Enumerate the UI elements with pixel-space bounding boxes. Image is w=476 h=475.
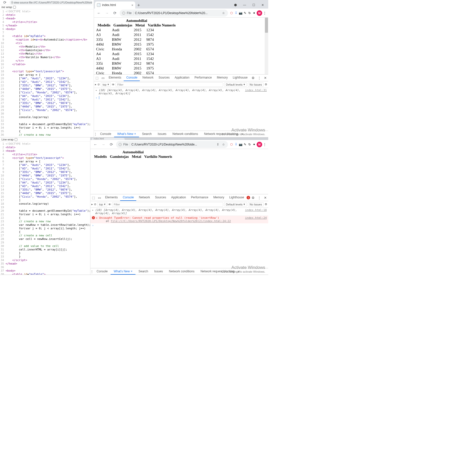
console-settings-icon[interactable]: ⚙ [265, 83, 267, 86]
site-info-icon[interactable]: i [119, 143, 122, 146]
console-output[interactable]: ▸ (10) [Array(4), Array(4), Array(4), Ar… [94, 88, 268, 131]
tab-elements[interactable]: Elements [103, 194, 120, 201]
toggle-sidebar-icon[interactable]: ▸ [91, 203, 93, 206]
tab-close-icon[interactable]: × [131, 3, 133, 7]
devtools-menu-icon[interactable]: ⋮ [256, 196, 262, 200]
forward-button[interactable]: → [104, 10, 110, 16]
close-icon[interactable]: × [134, 132, 136, 136]
share-icon[interactable]: ⇪ [216, 142, 220, 147]
console-source-link[interactable]: index.html:18 [245, 208, 267, 215]
tab-performance[interactable]: Performance [188, 194, 211, 201]
profile-avatar[interactable]: M [257, 142, 262, 147]
tab-network[interactable]: Network [140, 75, 156, 81]
drawer-menu-icon[interactable]: ⋮ [94, 132, 97, 136]
source-code[interactable]: 1<!DOCTYPE html>2<html>3<head>4 <title><… [0, 142, 90, 275]
console-source-link[interactable]: index.html:24 [245, 216, 267, 223]
expand-arrow-icon[interactable]: ▸ [95, 89, 98, 95]
filter-input[interactable]: Filter [116, 82, 223, 87]
back-button[interactable]: ← [95, 10, 102, 16]
devtools-menu-icon[interactable]: ⋮ [256, 76, 262, 80]
source-code[interactable]: 1<!DOCTYPE html>2<html>3<head>4 <title><… [0, 9, 94, 137]
extension-icon[interactable]: ⬡ [229, 11, 233, 15]
menu-icon[interactable]: ⋮ [263, 11, 267, 15]
devtools-settings-icon[interactable]: ⚙ [250, 196, 256, 200]
extension-icon[interactable]: ⬡ [229, 142, 233, 147]
tab-sources[interactable]: Sources [152, 194, 168, 201]
tab-console[interactable]: Console [120, 194, 136, 201]
bookmark-icon[interactable]: ☆ [221, 11, 225, 15]
line-wrap-checkbox[interactable] [13, 6, 16, 9]
tab-sources[interactable]: Sources [156, 75, 172, 81]
back-button[interactable]: ← [92, 141, 98, 148]
line-wrap-toggle[interactable]: ine wrap [0, 5, 94, 9]
window-close[interactable]: ✕ [258, 2, 267, 9]
drawer-tab-whatsnew[interactable]: What's New × [111, 268, 135, 275]
tab-memory[interactable]: Memory [214, 75, 230, 81]
drawer-tab-console[interactable]: Console [97, 131, 114, 137]
drawer-tab-console[interactable]: Console [93, 268, 111, 275]
tab-performance[interactable]: Performance [192, 75, 214, 81]
expand-arrow-icon[interactable]: ▸ [92, 208, 95, 215]
console-settings-icon[interactable]: ⚙ [265, 203, 267, 206]
drawer-tab-netcond[interactable]: Network conditions [169, 131, 201, 137]
clear-console-icon[interactable]: ⊘ [94, 203, 96, 206]
close-icon[interactable]: × [131, 270, 132, 273]
error-stack-link[interactable]: file:///C:/Users/RVT2020-LP1/Desktop/New… [111, 220, 231, 223]
levels-select[interactable]: Default levels ▾ [224, 82, 247, 87]
scrollbar[interactable] [265, 18, 268, 74]
console-prompt[interactable]: › [94, 96, 268, 100]
tab-lighthouse[interactable]: Lighthouse [227, 194, 247, 201]
line-wrap-toggle[interactable]: Line wrap [0, 137, 90, 142]
line-wrap-checkbox[interactable] [15, 138, 17, 141]
window-minimize[interactable]: — [240, 2, 249, 9]
error-badge[interactable]: 1 [247, 196, 250, 199]
drawer-tab-search[interactable]: Search [135, 268, 151, 275]
src-address[interactable]: iview-source:file:///C:/Users/RVT2020-LP… [10, 1, 92, 5]
eye-icon[interactable]: 👁 [108, 203, 111, 206]
tab-application[interactable]: Application [172, 75, 192, 81]
window-maximize[interactable]: ☐ [249, 2, 258, 9]
profile-avatar[interactable]: M [257, 10, 262, 16]
toggle-sidebar-icon[interactable]: ▸ [95, 83, 96, 86]
eyedrop-icon[interactable]: ✎ [243, 142, 247, 147]
extensions-icon[interactable]: ✦ [252, 11, 256, 15]
reload-button[interactable]: ⟳ [112, 10, 118, 16]
camera-icon[interactable]: 📷 [239, 11, 243, 15]
console-source-link[interactable]: index.html:31 [245, 89, 267, 95]
levels-select[interactable]: Default levels ▾ [224, 202, 247, 206]
menu-icon[interactable]: ⋮ [263, 142, 267, 147]
console-prompt[interactable]: › [90, 223, 268, 228]
history-icon[interactable]: ↻ [248, 142, 252, 147]
browser-tab[interactable]: 📄 index.html × [95, 2, 135, 9]
eye-icon[interactable]: 👁 [112, 83, 115, 86]
browser-tab-cropped[interactable]: index.html [92, 138, 125, 140]
drawer-tab-issues[interactable]: Issues [155, 131, 169, 137]
drawer-tab-netcond[interactable]: Network conditions [166, 268, 197, 275]
device-toggle-icon[interactable]: ▭ [96, 196, 103, 200]
reload-button[interactable]: ⟳ [108, 141, 115, 148]
drawer-tab-search[interactable]: Search [139, 131, 155, 137]
incognito-icon[interactable] [231, 2, 240, 9]
tab-application[interactable]: Application [169, 194, 189, 201]
tab-elements[interactable]: Elements [106, 75, 124, 81]
drawer-menu-icon[interactable]: ⋮ [90, 270, 93, 273]
console-output[interactable]: ▸ (10) [Array(4), Array(4), Array(4), Ar… [90, 208, 268, 268]
tab-console[interactable]: Console [124, 75, 140, 81]
camera-icon[interactable]: 📷 [239, 142, 243, 147]
tab-memory[interactable]: Memory [211, 194, 227, 201]
bookmark-icon[interactable]: ☆ [221, 142, 225, 147]
issues-indicator[interactable]: No Issues [248, 83, 264, 87]
devtools-close-icon[interactable]: ✕ [262, 196, 268, 200]
context-select[interactable]: top ▾ [97, 202, 107, 206]
filter-input[interactable]: Filter [112, 202, 223, 207]
inspect-icon[interactable]: ⬚ [90, 196, 96, 200]
site-info-icon[interactable]: i [122, 12, 125, 15]
address-bar[interactable]: i File C:/Users/RVT2020-LP1/Desktop/New%… [120, 10, 228, 17]
devtools-close-icon[interactable]: ✕ [262, 76, 268, 80]
drawer-tab-issues[interactable]: Issues [151, 268, 166, 275]
inspect-icon[interactable]: ⬚ [94, 76, 100, 80]
translate-icon[interactable]: ⠿ [234, 11, 238, 15]
address-bar[interactable]: i File C:/Users/RVT2020-LP1/Desktop/New%… [116, 141, 228, 148]
device-toggle-icon[interactable]: ▭ [100, 76, 106, 80]
new-tab-button[interactable]: + [135, 2, 142, 9]
